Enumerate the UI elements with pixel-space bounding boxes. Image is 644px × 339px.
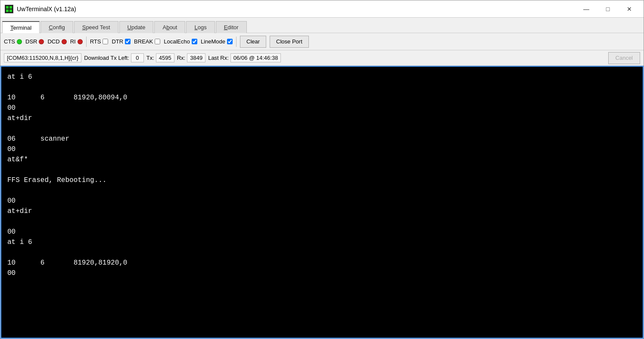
svg-rect-4 (9, 9, 12, 12)
linemode-label: LineMode (201, 38, 225, 45)
svg-rect-2 (9, 6, 12, 9)
terminal-line: at+dir (7, 113, 637, 123)
dsr-led (39, 39, 44, 44)
title-bar-left: UwTerminalX (v1.12a) (5, 5, 76, 13)
terminal-line: 06 scanner (7, 134, 637, 144)
ri-label: RI (70, 38, 76, 45)
rx-label: Rx: (177, 55, 186, 61)
localecho-group: LocalEcho (164, 38, 197, 45)
maximize-button[interactable]: □ (598, 3, 618, 15)
tab-editor[interactable]: Editor (216, 21, 247, 33)
close-port-button[interactable]: Close Port (270, 36, 309, 48)
terminal-line (7, 247, 637, 258)
terminal-line: at&f* (7, 154, 637, 165)
download-tx-value: 0 (131, 53, 144, 62)
break-checkbox[interactable] (155, 39, 160, 44)
dtr-checkbox[interactable] (125, 39, 131, 44)
linemode-group: LineMode (201, 38, 233, 45)
window-title: UwTerminalX (v1.12a) (17, 6, 76, 12)
minimize-button[interactable]: — (576, 3, 596, 15)
svg-rect-3 (6, 9, 9, 12)
terminal-line: 10 6 81920,80094,0 (7, 92, 637, 103)
cancel-button[interactable]: Cancel (608, 52, 640, 64)
localecho-label: LocalEcho (164, 38, 190, 45)
terminal-line: 10 6 81920,81920,0 (7, 258, 637, 268)
port-config-item: [COM63:115200,N,8,1,H]{cr} (4, 53, 81, 62)
download-tx-label: Download Tx Left: (84, 55, 129, 61)
cts-led (17, 39, 22, 44)
tab-update[interactable]: Update (119, 21, 154, 33)
tab-speed-test[interactable]: Speed Test (74, 21, 118, 33)
terminal-line (7, 123, 637, 134)
terminal-line (7, 185, 637, 196)
clear-button[interactable]: Clear (240, 36, 266, 48)
linemode-checkbox[interactable] (227, 39, 233, 44)
last-rx-item: Last Rx: 06/06 @ 14:46:38 (208, 53, 281, 62)
sep-2 (236, 37, 236, 47)
terminal-line: 00 (7, 196, 637, 206)
terminal-line: 00 (7, 227, 637, 237)
terminal-line: 00 (7, 144, 637, 154)
tx-value: 4595 (156, 53, 174, 62)
terminal-line (7, 82, 637, 92)
terminal-line (7, 165, 637, 175)
terminal-line (7, 216, 637, 227)
tab-logs[interactable]: Logs (186, 21, 215, 33)
terminal-output[interactable]: at i 6 10 6 81920,80094,000at+dir 06 sca… (0, 66, 644, 339)
download-tx-item: Download Tx Left: 0 (84, 53, 144, 62)
tab-config[interactable]: Config (40, 21, 73, 33)
rts-checkbox[interactable] (103, 39, 108, 44)
toolbar: CTS DSR DCD RI RTS DTR BREAK (0, 33, 644, 50)
close-button[interactable]: ✕ (619, 3, 639, 15)
terminal-line: at i 6 (7, 237, 637, 247)
rts-group: RTS (90, 38, 109, 45)
title-bar: UwTerminalX (v1.12a) — □ ✕ (0, 0, 644, 18)
last-rx-value: 06/06 @ 14:46:38 (230, 53, 281, 62)
dtr-group: DTR (112, 38, 131, 45)
terminal-line: 00 (7, 103, 637, 113)
port-config-value: [COM63:115200,N,8,1,H]{cr} (4, 53, 81, 62)
dtr-label: DTR (112, 38, 123, 45)
terminal-line: at+dir (7, 206, 637, 216)
dcd-label: DCD (47, 38, 59, 45)
dsr-label: DSR (25, 38, 37, 45)
localecho-checkbox[interactable] (192, 39, 197, 44)
cts-label: CTS (4, 38, 15, 45)
ri-led (78, 39, 83, 44)
rts-label: RTS (90, 38, 101, 45)
break-group: BREAK (134, 38, 160, 45)
tab-bar: Terminal Config Speed Test Update About … (0, 18, 644, 33)
tab-about[interactable]: About (154, 21, 185, 33)
title-bar-controls: — □ ✕ (576, 3, 639, 15)
dsr-indicator: DSR (25, 38, 44, 45)
rx-value: 3849 (187, 53, 205, 62)
terminal-line: FFS Erased, Rebooting... (7, 175, 637, 185)
dcd-indicator: DCD (47, 38, 66, 45)
ri-indicator: RI (70, 38, 83, 45)
terminal-line: 00 (7, 268, 637, 278)
terminal-line: at i 6 (7, 72, 637, 82)
svg-rect-1 (6, 6, 9, 9)
last-rx-label: Last Rx: (208, 55, 229, 61)
dcd-led (62, 39, 67, 44)
tab-terminal[interactable]: Terminal (2, 21, 40, 33)
app-icon (5, 5, 13, 13)
status-bar: [COM63:115200,N,8,1,H]{cr} Download Tx L… (0, 50, 644, 66)
tx-label: Tx: (146, 55, 154, 61)
cts-indicator: CTS (4, 38, 22, 45)
rx-item: Rx: 3849 (177, 53, 205, 62)
main-window: UwTerminalX (v1.12a) — □ ✕ Terminal Conf… (0, 0, 644, 339)
tx-item: Tx: 4595 (146, 53, 174, 62)
sep-1 (86, 37, 87, 47)
break-label: BREAK (134, 38, 153, 45)
